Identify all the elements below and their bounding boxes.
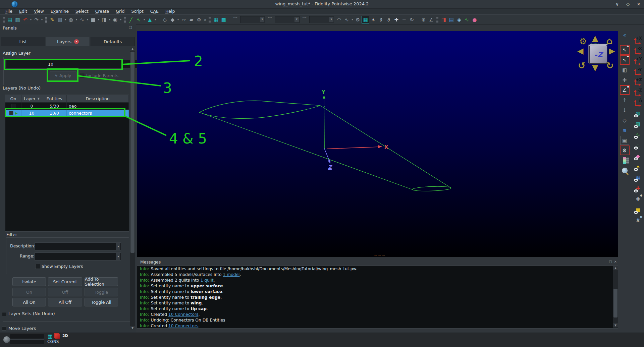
message-link[interactable]: 1 model	[223, 272, 240, 277]
collapse-toolbar-icon[interactable]: «	[621, 31, 629, 39]
grid-mode-icon[interactable]: ▦	[48, 333, 53, 339]
colorbar-icon[interactable]	[621, 156, 629, 165]
measure-angle-icon[interactable]: ∠	[427, 16, 435, 23]
menu-help[interactable]: Help	[162, 9, 178, 14]
select-minus-icon[interactable]: −	[400, 16, 408, 23]
drag-handle[interactable]	[3, 17, 5, 23]
panel-scrollbar[interactable]: ▲ ▼	[130, 47, 135, 330]
green-spline-icon[interactable]: ∿	[463, 16, 471, 23]
import-file-icon[interactable]: ▥	[14, 16, 21, 23]
dropdown-arrow-icon[interactable]: ▾	[86, 18, 89, 21]
all-off-button[interactable]: All Off	[48, 298, 82, 306]
diamond-outline-icon[interactable]: ◇	[621, 116, 629, 124]
undo-icon[interactable]: ↶	[21, 16, 29, 23]
distribute-connector-icon[interactable]: ⌒	[301, 16, 308, 23]
chain-down-icon[interactable]: ↓	[621, 106, 629, 114]
drag-handle[interactable]	[209, 17, 211, 23]
set-current-button[interactable]: Set Current	[48, 277, 82, 286]
distribute-combo[interactable]	[309, 16, 334, 23]
spacing-combo[interactable]	[275, 16, 300, 23]
layer-on-cell[interactable]: ▶	[5, 110, 21, 117]
isolate-button[interactable]: Isolate	[12, 277, 46, 286]
rotate-up-icon[interactable]: ▲	[592, 34, 598, 43]
menu-edit[interactable]: Edit	[16, 9, 31, 14]
menu-select[interactable]: Select	[72, 9, 92, 14]
panel-scroll-thumb[interactable]	[130, 52, 135, 253]
dimension-connector-icon[interactable]: ⌒	[231, 16, 239, 23]
show-database-icon[interactable]: ◍	[634, 109, 642, 117]
connector-curve-icon[interactable]: ∿	[78, 16, 86, 23]
dropdown-arrow-icon[interactable]: ▾	[154, 18, 157, 21]
select-settings-icon[interactable]: ⚙	[621, 146, 629, 155]
rotate-down-icon[interactable]: ▼	[592, 63, 598, 72]
dropdown-arrow-icon[interactable]: ▾	[97, 18, 100, 21]
message-link[interactable]: 1 quilt	[200, 278, 213, 283]
select-plus-icon[interactable]: ✚	[392, 16, 400, 23]
show-connectors-icon[interactable]: ∿	[634, 130, 642, 139]
show-quilts-icon[interactable]: ◆	[634, 152, 642, 160]
layer-sets-collapse-icon[interactable]	[2, 312, 6, 316]
include-parents-checkbox[interactable]	[80, 73, 85, 78]
layer-on-cell[interactable]	[5, 103, 21, 110]
range-dropdown-icon[interactable]: ▾	[116, 253, 120, 260]
dropdown-arrow-icon[interactable]: ▾	[351, 18, 354, 21]
view-plus-y-icon[interactable]: +Y	[634, 57, 642, 65]
drag-handle[interactable]	[634, 32, 642, 33]
grid-hidden-icon[interactable]: #⊗	[634, 216, 642, 225]
move-layers-collapse-icon[interactable]	[2, 327, 6, 331]
dropdown-arrow-icon[interactable]: ▾	[40, 18, 44, 21]
close-messages-icon[interactable]: ✕	[614, 260, 617, 264]
dropdown-arrow-icon[interactable]: ▾	[143, 18, 146, 21]
messages-scroll-down-icon[interactable]: ▼	[613, 323, 618, 328]
spark-icon[interactable]: ✶	[369, 16, 377, 23]
split-pane-icon[interactable]: ◧	[621, 66, 629, 74]
surface-plain-icon[interactable]: ▱	[180, 16, 187, 23]
show-grid-icon[interactable]: ▦	[634, 173, 642, 182]
tab-list[interactable]: List	[1, 37, 45, 46]
column-header-description[interactable]: Description	[67, 95, 129, 103]
spline-points-icon[interactable]: ∿	[135, 16, 143, 23]
toggle-button[interactable]: Toggle	[85, 288, 118, 296]
maximize-button[interactable]: ◇	[625, 2, 631, 7]
messages-scroll-up-icon[interactable]: ▲	[613, 266, 618, 270]
view-minus-y-icon[interactable]: -Y	[634, 67, 642, 75]
quilt-mesh-icon[interactable]: ◆	[169, 16, 176, 23]
tab-layers[interactable]: Layers✕	[46, 37, 90, 46]
overflow-chevron-icon[interactable]: »	[203, 17, 207, 22]
measure-length-icon[interactable]: ⊕	[420, 16, 427, 23]
nudge-pad-icon[interactable]: ✚	[621, 76, 629, 84]
viewport-3d[interactable]: Y X Z ⚙ ▲ ⌂ ◀ -Z ▶ ↺ ▼ ↻ ⋯⋯⋯	[137, 31, 618, 257]
column-header-on[interactable]: On	[5, 95, 21, 103]
view-settings-icon[interactable]: ⚙	[579, 36, 587, 46]
solver-gear-icon[interactable]: ⚙	[354, 16, 362, 23]
rotate-view-icon[interactable]: ↻	[408, 16, 416, 23]
dropdown-arrow-icon[interactable]: ▾	[64, 18, 67, 21]
status-slot-2[interactable]	[10, 339, 44, 344]
redo-icon[interactable]: ↷	[33, 16, 40, 23]
show-surfaces-icon[interactable]: ▨	[634, 120, 642, 128]
off-button[interactable]: Off	[48, 288, 82, 296]
layer-on-checkbox[interactable]	[9, 111, 13, 115]
rotate-left-icon[interactable]: ◀	[577, 46, 583, 56]
scroll-down-icon[interactable]: ▼	[130, 326, 135, 330]
view-normal-icon[interactable]: n̂	[634, 99, 642, 107]
shell-fan-icon[interactable]: ◠	[335, 16, 343, 23]
float-messages-icon[interactable]: □	[609, 260, 612, 264]
layer-entities-cell[interactable]: 10/0	[42, 110, 67, 117]
column-header-entities[interactable]: Entities	[42, 95, 67, 103]
dropdown-arrow-icon[interactable]: ▾	[176, 18, 180, 21]
diamond-surface-icon[interactable]: ◈	[455, 16, 463, 23]
zoom-magnifier-icon[interactable]	[621, 166, 629, 175]
stacked-grids-icon[interactable]: ▤	[447, 16, 455, 23]
messages-scrollbar[interactable]: ▲ ▼	[613, 266, 618, 328]
show-sources-icon[interactable]: ✶	[634, 163, 642, 171]
message-link[interactable]: 10 Connectors	[168, 312, 198, 317]
solver-cube-icon[interactable]	[55, 334, 60, 339]
menu-script[interactable]: Script	[128, 9, 147, 14]
messages-scroll-thumb[interactable]	[613, 289, 618, 317]
menu-file[interactable]: File	[2, 9, 16, 14]
roll-ccw-icon[interactable]: ↺	[578, 60, 586, 71]
view-minus-x-icon[interactable]: -X	[634, 47, 642, 55]
show-empty-layers-checkbox[interactable]	[35, 264, 40, 269]
stacked-sheets-icon[interactable]: ≋	[621, 126, 629, 134]
